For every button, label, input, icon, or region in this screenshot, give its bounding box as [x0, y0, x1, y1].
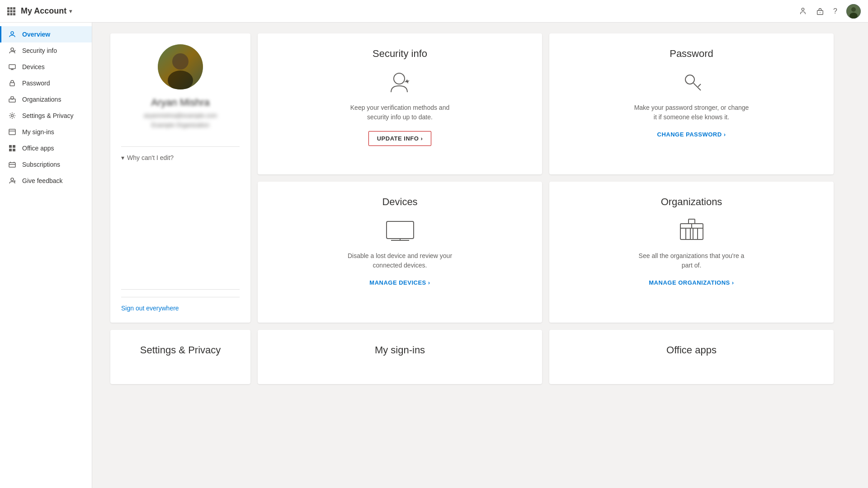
svg-rect-20 — [10, 83, 14, 86]
update-info-button[interactable]: UPDATE INFO › — [368, 131, 432, 146]
sidebar-item-office-apps[interactable]: Office apps — [0, 140, 92, 156]
sidebar-label-organizations: Organizations — [22, 96, 61, 103]
svg-rect-1 — [10, 7, 13, 9]
header-left: My Account ▾ — [7, 6, 72, 16]
profile-bottom: Sign out everywhere — [121, 282, 240, 312]
security-info-card-icon — [387, 69, 414, 96]
svg-rect-4 — [10, 10, 13, 12]
sidebar-label-overview: Overview — [22, 31, 50, 38]
svg-point-15 — [11, 32, 14, 34]
bottom-cards-row: Settings & Privacy My sign-ins Office ap… — [110, 330, 834, 384]
svg-point-16 — [11, 48, 14, 51]
svg-rect-28 — [13, 145, 15, 148]
svg-rect-5 — [13, 10, 15, 12]
svg-line-42 — [693, 83, 701, 90]
svg-point-35 — [11, 178, 14, 181]
svg-point-40 — [394, 73, 405, 84]
app-body: Overview Security info Devices — [0, 23, 868, 488]
organizations-card-title: Organizations — [661, 196, 722, 208]
devices-card-desc: Disable a lost device and review your co… — [341, 251, 459, 270]
sidebar-item-password[interactable]: Password — [0, 75, 92, 91]
password-card-title: Password — [670, 48, 713, 60]
svg-rect-0 — [7, 7, 9, 9]
svg-rect-31 — [9, 163, 15, 167]
change-password-link[interactable]: CHANGE PASSWORD › — [657, 131, 726, 138]
sidebar-item-my-sign-ins[interactable]: My sign-ins — [0, 124, 92, 140]
password-card: Password Make your password stronger, or… — [549, 33, 834, 174]
svg-rect-44 — [387, 221, 414, 239]
svg-rect-49 — [693, 228, 698, 239]
help-icon[interactable]: ? — [833, 7, 837, 15]
devices-card-title: Devices — [382, 196, 417, 208]
svg-line-43 — [698, 84, 701, 87]
why-cant-edit[interactable]: ▾ Why can't I edit? — [121, 154, 174, 161]
app-title-text: My Account — [21, 6, 66, 16]
sidebar-item-give-feedback[interactable]: Give feedback — [0, 173, 92, 189]
sidebar-label-devices: Devices — [22, 63, 45, 70]
sign-out-divider — [121, 289, 240, 290]
my-sign-ins-card-bottom: My sign-ins — [258, 330, 542, 384]
header: My Account ▾ ? — [0, 0, 868, 23]
sidebar-item-organizations[interactable]: Organizations — [0, 91, 92, 108]
svg-rect-2 — [13, 7, 15, 9]
overview-icon — [9, 31, 18, 38]
sidebar-label-office-apps: Office apps — [22, 145, 54, 152]
profile-divider — [121, 146, 240, 147]
svg-point-13 — [851, 7, 856, 12]
password-card-desc: Make your password stronger, or change i… — [633, 103, 750, 122]
svg-point-24 — [11, 115, 14, 117]
sidebar-item-devices[interactable]: Devices — [0, 59, 92, 75]
profile-avatar — [158, 44, 203, 89]
sidebar-item-security-info[interactable]: Security info — [0, 42, 92, 59]
svg-rect-6 — [7, 13, 9, 15]
svg-rect-22 — [11, 97, 14, 99]
org-icon[interactable] — [816, 7, 824, 15]
organizations-icon — [9, 96, 18, 103]
profile-email: aryanmishra@example.com — [144, 112, 217, 119]
password-card-icon — [678, 69, 705, 96]
sidebar-label-security-info: Security info — [22, 47, 57, 54]
sidebar-item-settings-privacy[interactable]: Settings & Privacy — [0, 108, 92, 124]
sidebar-item-subscriptions[interactable]: Subscriptions — [0, 156, 92, 173]
svg-point-39 — [172, 53, 189, 70]
waffle-icon[interactable] — [7, 7, 15, 15]
cards-grid: Aryan Mishra aryanmishra@example.com Exa… — [110, 33, 834, 323]
devices-card-icon — [384, 217, 416, 244]
why-edit-label: Why can't I edit? — [127, 154, 174, 161]
sidebar-label-sign-ins: My sign-ins — [22, 128, 54, 136]
manage-organizations-link[interactable]: MANAGE ORGANIZATIONS › — [649, 279, 734, 286]
sign-out-link[interactable]: Sign out everywhere — [121, 297, 240, 312]
sidebar-label-subscriptions: Subscriptions — [22, 161, 60, 168]
office-apps-card-bottom: Office apps — [549, 330, 834, 384]
office-apps-icon — [9, 145, 18, 152]
svg-rect-17 — [9, 65, 15, 69]
password-icon — [9, 80, 18, 87]
svg-rect-30 — [13, 149, 15, 151]
title-chevron-icon: ▾ — [69, 8, 72, 14]
svg-rect-8 — [13, 13, 15, 15]
svg-rect-7 — [10, 13, 13, 15]
security-info-card: Security info Keep your verification met… — [258, 33, 542, 174]
svg-rect-3 — [7, 10, 9, 12]
organizations-card: Organizations See all the organizations … — [549, 182, 834, 323]
header-right: ? — [799, 4, 861, 19]
svg-rect-48 — [686, 228, 690, 239]
user-avatar[interactable] — [846, 4, 861, 19]
devices-card: Devices Disable a lost device and review… — [258, 182, 542, 323]
app-title[interactable]: My Account ▾ — [21, 6, 72, 16]
svg-rect-25 — [9, 129, 15, 135]
svg-rect-51 — [689, 219, 695, 224]
security-info-icon — [9, 47, 18, 54]
notification-icon[interactable] — [799, 7, 807, 15]
sidebar-label-settings: Settings & Privacy — [22, 112, 74, 119]
sidebar-item-overview[interactable]: Overview — [0, 26, 92, 42]
chevron-down-icon: ▾ — [121, 154, 124, 161]
my-sign-ins-title-bottom: My sign-ins — [375, 344, 425, 356]
subscriptions-icon — [9, 161, 18, 168]
svg-point-41 — [685, 75, 694, 84]
svg-point-38 — [168, 70, 193, 89]
organizations-card-desc: See all the organizations that you're a … — [633, 251, 750, 270]
settings-privacy-title-bottom: Settings & Privacy — [140, 344, 221, 356]
sidebar-label-give-feedback: Give feedback — [22, 177, 63, 184]
manage-devices-link[interactable]: MANAGE DEVICES › — [369, 279, 430, 286]
